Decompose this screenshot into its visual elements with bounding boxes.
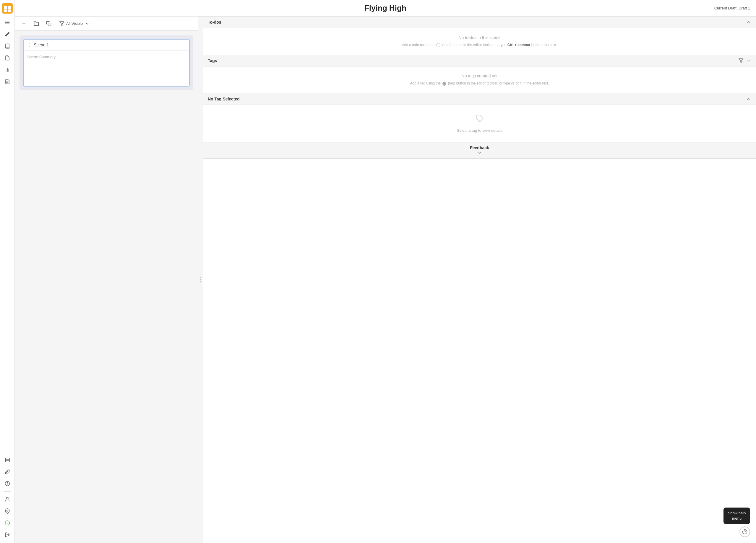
todos-desc-before: Add a todo using the xyxy=(402,43,434,47)
feedback-header-icons xyxy=(477,150,482,155)
feedback-section-header[interactable]: Feedback xyxy=(203,142,756,159)
content-area: + All Visible ⋮ xyxy=(15,17,756,543)
svg-rect-13 xyxy=(5,458,9,462)
main-container: Flying High Current Draft: Draft 1 + All… xyxy=(15,0,756,543)
pin-icon[interactable] xyxy=(2,506,13,516)
no-tag-section-header[interactable]: No Tag Selected xyxy=(203,93,756,105)
tags-collapse-icon[interactable] xyxy=(746,58,751,63)
tags-section-header[interactable]: Tags xyxy=(203,55,756,67)
brush-icon[interactable] xyxy=(2,466,13,477)
tags-desc-before: Add a tag using the xyxy=(410,81,441,85)
tags-header-icons xyxy=(738,58,751,63)
tags-empty-title: No tags created yet xyxy=(462,74,497,78)
todos-section-content: No to-dos in this scene Add a todo using… xyxy=(203,28,756,55)
tags-empty-desc: Add a tag using the (tag) button in the … xyxy=(410,81,549,86)
todos-header-icons xyxy=(746,20,751,25)
svg-point-19 xyxy=(7,497,8,499)
header: Flying High Current Draft: Draft 1 xyxy=(15,0,756,17)
sidebar xyxy=(0,0,15,543)
scene-list-area: ⋮ Scene Summary xyxy=(15,31,198,543)
svg-rect-23 xyxy=(48,23,51,26)
svg-marker-25 xyxy=(739,59,743,63)
todos-desc-shortcut: Ctrl + comma xyxy=(507,43,530,47)
todos-section-header[interactable]: To-dos xyxy=(203,17,756,28)
sidebar-bottom xyxy=(2,455,13,540)
scene-card: ⋮ Scene Summary xyxy=(23,39,190,87)
svg-point-20 xyxy=(7,510,8,511)
scene-title-input[interactable] xyxy=(34,43,186,47)
tag-icon-inline xyxy=(442,81,447,86)
divider-dot-3 xyxy=(200,281,201,282)
filter-dropdown[interactable]: All Visible xyxy=(57,20,92,27)
todos-desc-button: (todo) button in the editor toolbar, or … xyxy=(442,43,507,47)
toolbar: + All Visible xyxy=(15,17,198,31)
add-scene-button[interactable]: + xyxy=(20,19,28,28)
drag-handle-icon[interactable]: ⋮ xyxy=(27,43,31,47)
tag-large-icon xyxy=(476,114,484,125)
divider-dot-2 xyxy=(200,279,201,280)
scene-group: ⋮ Scene Summary xyxy=(20,35,193,90)
tags-desc-button: (tag) button in the editor toolbar, or t… xyxy=(448,81,549,85)
book-icon[interactable] xyxy=(2,41,13,51)
no-tag-message: Select a tag to view details xyxy=(457,128,502,133)
feedback-section-title: Feedback xyxy=(470,145,489,150)
report-icon[interactable] xyxy=(2,76,13,87)
no-tag-collapse-icon[interactable] xyxy=(746,96,751,102)
feedback-expand-icon[interactable] xyxy=(477,150,482,155)
page-title: Flying High xyxy=(364,4,406,13)
draft-label: Current Draft: Draft 1 xyxy=(714,6,750,10)
tags-section-content: No tags created yet Add a tag using the … xyxy=(203,67,756,93)
scene-card-header: ⋮ xyxy=(24,40,189,51)
scene-summary-placeholder: Scene Summary xyxy=(27,55,56,59)
sidebar-divider xyxy=(4,491,11,492)
panel-icon[interactable] xyxy=(2,455,13,465)
tags-filter-icon[interactable] xyxy=(738,58,744,63)
svg-rect-0 xyxy=(2,3,13,14)
svg-rect-2 xyxy=(8,6,11,9)
menu-icon[interactable] xyxy=(2,17,13,28)
todos-section-title: To-dos xyxy=(208,20,221,25)
tags-section-title: Tags xyxy=(208,58,217,63)
svg-rect-4 xyxy=(8,9,11,12)
right-panel: To-dos No to-dos in this scene Add a tod… xyxy=(203,17,756,543)
svg-marker-24 xyxy=(60,22,64,26)
todos-empty-title: No to-dos in this scene xyxy=(458,35,500,40)
help-button[interactable] xyxy=(739,526,750,537)
copy-button[interactable] xyxy=(44,19,53,28)
todos-desc-after: in the editor text. xyxy=(531,43,557,47)
export-icon[interactable] xyxy=(2,529,13,540)
document-icon[interactable] xyxy=(2,53,13,63)
left-panel: + All Visible ⋮ xyxy=(15,17,198,543)
help-tooltip: Show help menu xyxy=(723,508,750,524)
app-logo[interactable] xyxy=(2,3,13,14)
chart-icon[interactable] xyxy=(2,64,13,75)
check-green-icon[interactable] xyxy=(2,518,13,528)
folder-button[interactable] xyxy=(32,19,41,28)
no-tag-header-icons xyxy=(746,96,751,102)
no-tag-section-content: Select a tag to view details xyxy=(203,105,756,142)
svg-rect-1 xyxy=(4,6,7,9)
help-container: Show help menu xyxy=(723,508,750,537)
edit-icon[interactable] xyxy=(2,29,13,40)
svg-rect-3 xyxy=(4,9,7,12)
panel-divider[interactable] xyxy=(198,17,203,543)
todos-empty-desc: Add a todo using the (todo) button in th… xyxy=(402,42,557,48)
scene-summary-area[interactable]: Scene Summary xyxy=(24,51,189,86)
todos-collapse-icon[interactable] xyxy=(746,20,751,25)
question-icon[interactable] xyxy=(2,478,13,489)
divider-dot-1 xyxy=(200,277,201,278)
no-tag-section-title: No Tag Selected xyxy=(208,97,240,101)
filter-label: All Visible xyxy=(66,21,83,26)
user-icon[interactable] xyxy=(2,494,13,505)
svg-line-16 xyxy=(5,471,8,474)
todo-icon-inline xyxy=(436,43,440,47)
